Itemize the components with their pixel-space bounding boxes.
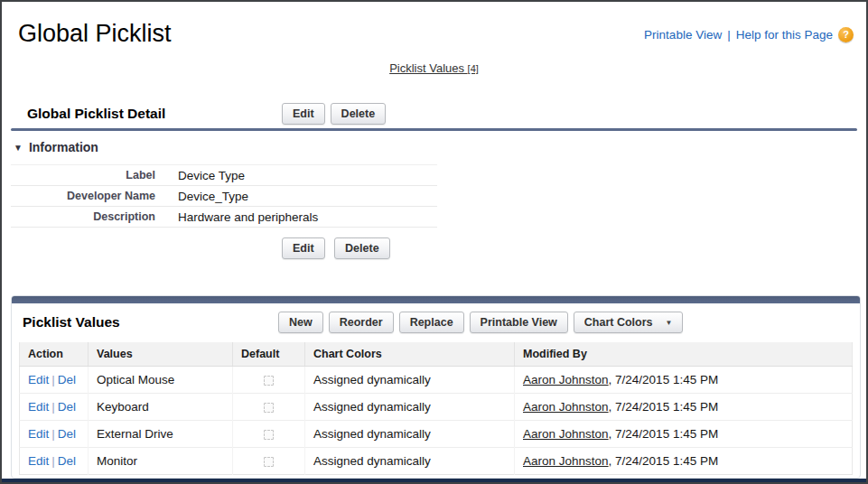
picklist-values-section: Picklist Values New Reorder Replace Prin… <box>11 295 861 479</box>
edit-link[interactable]: Edit <box>28 400 49 414</box>
edit-link[interactable]: Edit <box>28 373 49 386</box>
action-cell: Edit|Del <box>20 367 89 394</box>
table-row-external-drive: Edit|Del External Drive Assigned dynamic… <box>20 421 853 448</box>
field-row-label: Label Device Type <box>11 165 437 186</box>
field-row-description: Description Hardware and peripherals <box>11 207 437 228</box>
default-checkbox <box>264 457 274 467</box>
global-picklist-page: Global Picklist Printable View | Help fo… <box>0 0 868 484</box>
chart-colors-cell: Assigned dynamically <box>305 394 515 421</box>
chevron-down-icon: ▼ <box>666 319 673 327</box>
help-for-this-page-link[interactable]: Help for this Page <box>736 28 833 42</box>
modified-by-user-link[interactable]: Aaron Johnston <box>523 373 609 386</box>
field-label: Description <box>11 210 155 223</box>
modified-by-user-link[interactable]: Aaron Johnston <box>523 427 609 441</box>
column-header-values: Values <box>89 342 233 367</box>
chart-colors-cell: Assigned dynamically <box>305 367 515 394</box>
del-link[interactable]: Del <box>58 400 76 414</box>
edit-link[interactable]: Edit <box>28 454 49 468</box>
column-header-modified-by: Modified By <box>515 342 853 367</box>
default-cell <box>233 421 305 448</box>
column-header-action: Action <box>20 342 89 367</box>
table-header-row: Action Values Default Chart Colors Modif… <box>20 342 853 367</box>
delete-button[interactable]: Delete <box>331 103 387 125</box>
chart-colors-cell: Assigned dynamically <box>305 421 515 448</box>
modified-by-cell: Aaron Johnston, 7/24/2015 1:45 PM <box>515 421 853 448</box>
chart-colors-dropdown-button[interactable]: Chart Colors▼ <box>574 312 684 333</box>
action-cell: Edit|Del <box>20 394 89 421</box>
modified-by-cell: Aaron Johnston, 7/24/2015 1:45 PM <box>515 394 853 421</box>
modified-date: , 7/24/2015 1:45 PM <box>609 400 719 414</box>
header-links-separator: | <box>727 28 731 42</box>
help-icon[interactable]: ? <box>838 27 854 42</box>
information-section-header: ▼ Information <box>14 140 98 154</box>
modified-by-user-link[interactable]: Aaron Johnston <box>523 454 609 468</box>
edit-link[interactable]: Edit <box>28 427 49 441</box>
action-separator: | <box>49 454 58 468</box>
modified-by-user-link[interactable]: Aaron Johnston <box>523 400 609 414</box>
field-label: Developer Name <box>11 190 155 202</box>
picklist-values-jump-link[interactable]: Picklist Values [4] <box>389 61 479 75</box>
del-link[interactable]: Del <box>58 427 76 441</box>
page-title: Global Picklist <box>18 20 172 48</box>
default-cell <box>233 367 305 394</box>
column-header-chart-colors: Chart Colors <box>305 342 515 367</box>
modified-by-cell: Aaron Johnston, 7/24/2015 1:45 PM <box>515 448 853 475</box>
table-row-monitor: Edit|Del Monitor Assigned dynamically Aa… <box>20 448 853 475</box>
value-cell: External Drive <box>89 421 233 448</box>
picklist-values-title: Picklist Values <box>23 314 278 330</box>
value-cell: Keyboard <box>89 394 233 421</box>
picklist-values-table: Action Values Default Chart Colors Modif… <box>19 342 853 475</box>
field-row-developer-name: Developer Name Device_Type <box>11 186 437 207</box>
field-label: Label <box>11 169 155 182</box>
modified-date: , 7/24/2015 1:45 PM <box>609 373 719 386</box>
replace-button[interactable]: Replace <box>399 312 464 333</box>
detail-section-header: Global Picklist Detail Edit Delete <box>27 103 386 125</box>
reorder-button[interactable]: Reorder <box>329 312 394 333</box>
default-checkbox <box>264 430 274 440</box>
section-divider <box>11 128 857 131</box>
field-value: Device_Type <box>178 190 248 203</box>
modified-by-cell: Aaron Johnston, 7/24/2015 1:45 PM <box>515 367 853 394</box>
field-value: Hardware and peripherals <box>178 210 318 224</box>
modified-date: , 7/24/2015 1:45 PM <box>609 454 719 468</box>
printable-view-button[interactable]: Printable View <box>470 312 568 333</box>
action-cell: Edit|Del <box>20 421 89 448</box>
action-cell: Edit|Del <box>20 448 89 475</box>
edit-button-bottom[interactable]: Edit <box>282 237 325 259</box>
picklist-values-top-bar <box>12 296 860 303</box>
action-separator: | <box>49 373 58 386</box>
collapse-triangle-icon[interactable]: ▼ <box>14 143 23 153</box>
default-cell <box>233 394 305 421</box>
detail-section-title: Global Picklist Detail <box>27 106 282 122</box>
column-header-default: Default <box>233 342 305 367</box>
del-link[interactable]: Del <box>58 454 76 468</box>
action-separator: | <box>49 427 58 441</box>
chart-colors-cell: Assigned dynamically <box>305 448 515 475</box>
table-row-optical-mouse: Edit|Del Optical Mouse Assigned dynamica… <box>20 367 853 394</box>
header-links: Printable View | Help for this Page ? <box>644 27 854 42</box>
window-bottom-edge <box>2 479 866 482</box>
value-cell: Optical Mouse <box>89 367 233 394</box>
modified-date: , 7/24/2015 1:45 PM <box>609 427 719 441</box>
information-fields: Label Device Type Developer Name Device_… <box>11 164 437 228</box>
del-link[interactable]: Del <box>58 373 76 386</box>
detail-bottom-buttons: Edit Delete <box>282 237 390 259</box>
table-row-keyboard: Edit|Del Keyboard Assigned dynamically A… <box>20 394 853 421</box>
edit-button[interactable]: Edit <box>282 103 325 125</box>
delete-button-bottom[interactable]: Delete <box>334 237 390 259</box>
information-section-label: Information <box>29 140 98 154</box>
default-checkbox <box>264 403 274 413</box>
default-cell <box>233 448 305 475</box>
new-button[interactable]: New <box>278 312 323 333</box>
value-cell: Monitor <box>89 448 233 475</box>
default-checkbox <box>264 376 274 386</box>
jump-links: Picklist Values [4] <box>2 61 866 75</box>
field-value: Device Type <box>178 169 245 182</box>
printable-view-link[interactable]: Printable View <box>644 28 722 42</box>
action-separator: | <box>49 400 58 414</box>
picklist-values-header: Picklist Values New Reorder Replace Prin… <box>12 303 860 341</box>
